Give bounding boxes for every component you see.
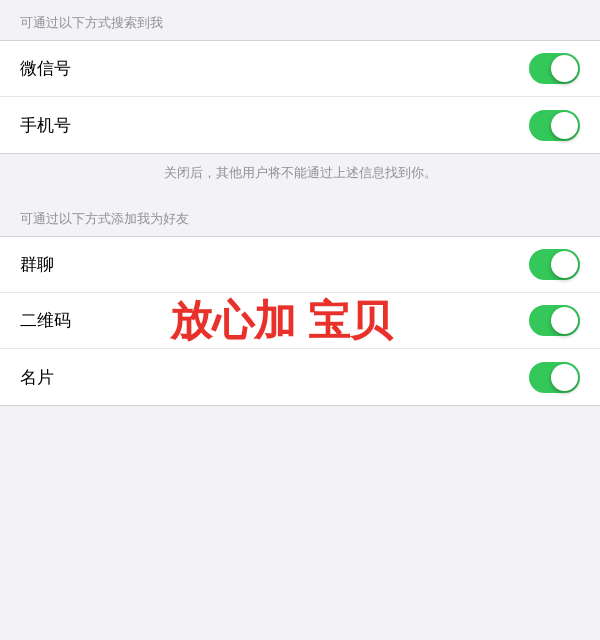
group-chat-label: 群聊	[20, 253, 54, 276]
business-card-toggle-thumb	[551, 364, 578, 391]
section2-header: 可通过以下方式添加我为好友	[0, 196, 600, 236]
qr-code-row: 二维码 放心加 宝贝	[0, 293, 600, 349]
phone-number-toggle-track	[529, 110, 580, 141]
wechat-id-toggle[interactable]	[529, 53, 580, 84]
phone-number-row: 手机号	[0, 97, 600, 153]
section1-group: 微信号 手机号	[0, 40, 600, 154]
business-card-toggle-track	[529, 362, 580, 393]
phone-number-toggle[interactable]	[529, 110, 580, 141]
section1-header: 可通过以下方式搜索到我	[0, 0, 600, 40]
phone-number-toggle-thumb	[551, 112, 578, 139]
group-chat-toggle-track	[529, 249, 580, 280]
qr-code-toggle-thumb	[551, 307, 578, 334]
qr-code-toggle[interactable]	[529, 305, 580, 336]
wechat-id-label: 微信号	[20, 57, 71, 80]
phone-number-label: 手机号	[20, 114, 71, 137]
group-chat-row: 群聊	[0, 237, 600, 293]
qr-code-label: 二维码	[20, 309, 71, 332]
wechat-id-toggle-thumb	[551, 55, 578, 82]
section2-group: 群聊 二维码 放心加 宝贝 名片	[0, 236, 600, 406]
wechat-id-row: 微信号	[0, 41, 600, 97]
business-card-toggle[interactable]	[529, 362, 580, 393]
business-card-label: 名片	[20, 366, 54, 389]
note-text: 关闭后，其他用户将不能通过上述信息找到你。	[20, 164, 580, 182]
overlay-text: 放心加 宝贝	[170, 293, 392, 349]
group-chat-toggle[interactable]	[529, 249, 580, 280]
group-chat-toggle-thumb	[551, 251, 578, 278]
qr-code-toggle-track	[529, 305, 580, 336]
wechat-id-toggle-track	[529, 53, 580, 84]
note-section: 关闭后，其他用户将不能通过上述信息找到你。	[0, 154, 600, 196]
business-card-row: 名片	[0, 349, 600, 405]
